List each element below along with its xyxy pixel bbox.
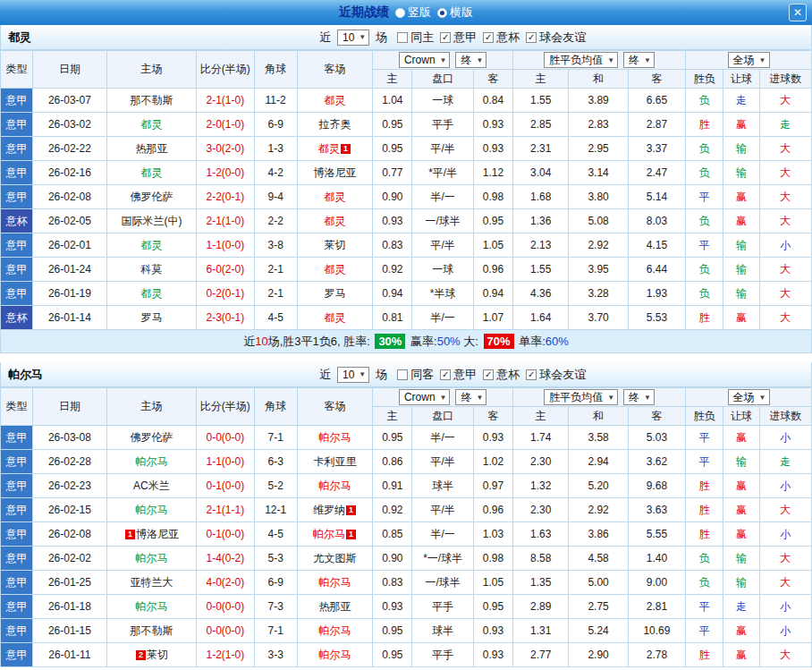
close-icon[interactable]: ✕ (793, 6, 802, 19)
win-odds-cell: 2.89 (513, 595, 569, 619)
chevron-down-icon[interactable]: ▼ (440, 56, 447, 64)
layout-radio-label[interactable]: 横版 (450, 4, 473, 21)
checkbox-icon[interactable] (397, 369, 408, 380)
filter-checkbox[interactable]: ✓意甲 (440, 367, 477, 383)
games-count-select[interactable]: 10 ▼ (337, 367, 369, 383)
score-cell: 0-1(0-0) (197, 474, 254, 498)
results-table: 类型 日期 主场 比分(半场) 角球 客场 Crown ▼ 终 ▼ (0, 50, 812, 330)
select-value[interactable]: 终 (629, 53, 639, 68)
avg-period-select[interactable]: 终 ▼ (623, 52, 655, 68)
scope-select[interactable]: 全场 ▼ (728, 52, 770, 68)
win-odds-cell: 1.36 (513, 209, 569, 233)
away-odds-cell: 1.05 (473, 233, 512, 258)
games-count-select[interactable]: 10 ▼ (337, 30, 369, 46)
bookmaker-select[interactable]: Crown ▼ (399, 52, 451, 68)
away-odds-cell: 0.95 (473, 595, 512, 619)
home-odds-cell: 0.95 (373, 643, 412, 667)
team-label: 都灵 (324, 94, 345, 106)
checkbox-label[interactable]: 意甲 (453, 30, 477, 46)
odds-period-select[interactable]: 终 ▼ (455, 52, 486, 68)
team-label: 帕尔马 (318, 431, 351, 444)
chevron-down-icon[interactable]: ▼ (476, 394, 483, 402)
chevron-down-icon[interactable]: ▼ (644, 394, 651, 402)
checkbox-icon[interactable]: ✓ (526, 32, 537, 43)
team-label: 佛罗伦萨 (130, 431, 173, 444)
close-button[interactable]: ✕ (789, 4, 807, 21)
col-header-home-odds: 主 (373, 407, 412, 426)
col-header-away-odds: 客 (473, 407, 512, 426)
chevron-down-icon[interactable]: ▼ (359, 33, 366, 41)
chevron-down-icon[interactable]: ▼ (759, 56, 766, 64)
handicap-result-cell: 走 (723, 89, 759, 113)
home-team-cell: AC米兰 (106, 474, 197, 498)
filter-checkbox[interactable]: ✓意杯 (483, 367, 520, 383)
chevron-down-icon[interactable]: ▼ (359, 370, 366, 378)
select-value[interactable]: 终 (461, 53, 471, 68)
date-cell: 26-01-15 (33, 619, 106, 643)
layout-radio-icon[interactable] (437, 8, 447, 18)
checkbox-label[interactable]: 同客 (410, 367, 434, 383)
home-team-cell: 1博洛尼亚 (106, 522, 197, 547)
select-value[interactable]: Crown (404, 54, 436, 66)
chevron-down-icon[interactable]: ▼ (607, 394, 614, 402)
checkbox-icon[interactable]: ✓ (483, 32, 494, 43)
chevron-down-icon[interactable]: ▼ (440, 394, 447, 402)
avg-odds-select[interactable]: 胜平负均值 ▼ (544, 389, 618, 405)
chevron-down-icon[interactable]: ▼ (607, 56, 614, 64)
away-team-cell: 热那亚 (297, 595, 372, 619)
avg-period-select[interactable]: 终 ▼ (623, 389, 655, 405)
odds-period-select[interactable]: 终 ▼ (455, 389, 486, 405)
handicap-cell: 半/一 (412, 306, 473, 330)
handicap-cell: 平/半 (412, 450, 473, 474)
score-cell: 0-2(0-1) (197, 282, 254, 306)
checkbox-icon[interactable]: ✓ (440, 369, 451, 380)
bookmaker-select[interactable]: Crown ▼ (399, 389, 451, 405)
summary-segment: 30% (375, 334, 405, 349)
select-value[interactable]: 10 (343, 31, 354, 44)
checkbox-label[interactable]: 球会友谊 (539, 367, 586, 383)
checkbox-icon[interactable]: ✓ (526, 369, 537, 380)
checkbox-label[interactable]: 球会友谊 (539, 30, 586, 46)
avg-odds-select[interactable]: 胜平负均值 ▼ (544, 52, 618, 68)
handicap-result-cell: 输 (723, 282, 759, 306)
select-value[interactable]: 终 (461, 390, 471, 405)
date-cell: 26-02-01 (33, 233, 106, 258)
checkbox-label[interactable]: 意甲 (453, 367, 477, 383)
goals-cell: 小 (759, 233, 811, 258)
checkbox-icon[interactable] (397, 32, 408, 43)
handicap-result-cell: 输 (723, 571, 759, 595)
select-value[interactable]: 胜平负均值 (549, 390, 603, 405)
handicap-cell: 平手 (412, 595, 473, 619)
layout-radio-icon[interactable] (395, 8, 405, 18)
select-value[interactable]: 终 (629, 390, 639, 405)
corners-cell: 7-1 (254, 426, 297, 450)
select-value[interactable]: 全场 (733, 390, 755, 405)
select-value[interactable]: 10 (343, 369, 354, 381)
checkbox-label[interactable]: 意杯 (496, 30, 520, 46)
checkbox-icon[interactable]: ✓ (440, 32, 451, 43)
layout-radio-label[interactable]: 竖版 (408, 4, 431, 21)
handicap-cell: *一/球半 (412, 547, 473, 571)
away-odds-cell: 0.93 (473, 643, 512, 667)
chevron-down-icon[interactable]: ▼ (476, 56, 483, 64)
filter-checkbox[interactable]: ✓球会友谊 (526, 30, 586, 46)
filter-checkbox[interactable]: ✓球会友谊 (526, 367, 586, 383)
filter-checkbox[interactable]: 同客 (397, 367, 434, 383)
select-value[interactable]: 胜平负均值 (549, 53, 603, 68)
handicap-cell: 平/半 (412, 233, 473, 258)
checkbox-icon[interactable]: ✓ (483, 369, 494, 380)
goals-cell: 大 (759, 306, 811, 330)
draw-odds-cell: 3.70 (569, 306, 628, 330)
filter-checkbox[interactable]: ✓意杯 (483, 30, 520, 46)
checkbox-label[interactable]: 意杯 (496, 367, 520, 383)
select-value[interactable]: 全场 (733, 53, 755, 68)
lose-odds-cell: 3.37 (628, 137, 685, 161)
checkbox-label[interactable]: 同主 (410, 30, 434, 46)
chevron-down-icon[interactable]: ▼ (759, 394, 766, 402)
scope-select[interactable]: 全场 ▼ (728, 389, 770, 405)
filter-checkbox[interactable]: 同主 (397, 30, 434, 46)
filter-checkbox[interactable]: ✓意甲 (440, 30, 477, 46)
home-team-cell: 罗马 (106, 306, 197, 330)
chevron-down-icon[interactable]: ▼ (644, 56, 651, 64)
select-value[interactable]: Crown (404, 391, 436, 403)
